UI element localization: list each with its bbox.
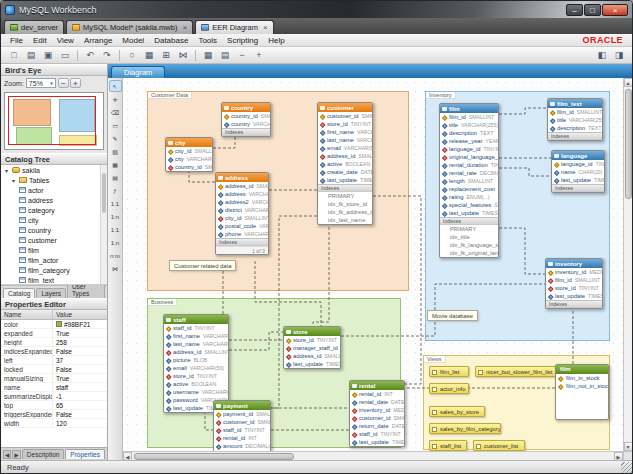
- section-bar[interactable]: Indexes: [216, 238, 268, 246]
- routine-group-tool[interactable]: ƒ: [109, 184, 122, 196]
- horizontal-scrollbar[interactable]: ◀ ▶: [123, 451, 623, 460]
- show-relationships-icon[interactable]: ⋈: [175, 49, 191, 62]
- maximize-button[interactable]: □: [584, 4, 601, 16]
- property-row[interactable]: lockedFalse: [1, 365, 107, 374]
- zoom-in-icon[interactable]: +: [251, 49, 267, 62]
- save-model-icon[interactable]: ▣: [40, 49, 56, 62]
- birds-eye-minimap[interactable]: [4, 92, 104, 150]
- minimap-viewport[interactable]: [8, 96, 96, 145]
- tab-description[interactable]: Description: [22, 449, 65, 459]
- menu-model[interactable]: Model: [117, 36, 149, 45]
- scroll-down-button[interactable]: ▼: [624, 442, 633, 451]
- tab-scroll-left-button[interactable]: ◀: [3, 450, 11, 459]
- toggle-sidebar-icon[interactable]: ◧: [594, 49, 610, 62]
- menu-arrange[interactable]: Arrange: [79, 36, 117, 45]
- section-bar[interactable]: Indexes: [318, 184, 372, 192]
- pointer-tool[interactable]: ↖: [109, 80, 122, 92]
- menu-database[interactable]: Database: [149, 36, 193, 45]
- section-bar[interactable]: Indexes: [222, 128, 270, 136]
- view-figure-film-list[interactable]: film_list: [429, 366, 469, 377]
- view-figure-actor-info[interactable]: actor_info: [429, 383, 469, 394]
- print-icon[interactable]: ▭: [57, 49, 73, 62]
- property-row[interactable]: left37: [1, 356, 107, 365]
- table-figure-store[interactable]: storestore_idTINYINTmanager_staff_idTINY…: [283, 326, 341, 369]
- table-figure-address[interactable]: addressaddress_idSMALLINTaddressVARCHAR(…: [215, 172, 269, 255]
- new-document-icon[interactable]: □: [6, 49, 22, 62]
- section-bar[interactable]: Indexes: [546, 300, 602, 308]
- menu-tools[interactable]: Tools: [193, 36, 222, 45]
- tree-item-address[interactable]: address: [1, 195, 107, 205]
- hand-tool[interactable]: ✛: [109, 93, 122, 105]
- view-figure-sales-by-film-category[interactable]: sales_by_film_category: [429, 423, 501, 434]
- undo-icon[interactable]: ↶: [82, 49, 98, 62]
- property-row[interactable]: triggersExpandedFalse: [1, 410, 107, 419]
- find-icon[interactable]: ○: [124, 49, 140, 62]
- tree-item-film-actor[interactable]: film_actor: [1, 255, 107, 265]
- zoom-out-icon[interactable]: −: [234, 49, 250, 62]
- property-row[interactable]: top65: [1, 401, 107, 410]
- section-bar[interactable]: Indexes: [548, 132, 602, 140]
- title-bar[interactable]: MySQL Workbench –□×: [1, 1, 632, 18]
- routine-group-film[interactable]: filmfilm_in_stockfilm_not_in_stock: [555, 364, 609, 420]
- table-figure-city[interactable]: citycity_idSMALLINTcityVARCHAR(50)countr…: [165, 137, 213, 172]
- tree-item-film-text[interactable]: film_text: [1, 275, 107, 285]
- menu-scripting[interactable]: Scripting: [222, 36, 263, 45]
- open-document-icon[interactable]: ▤: [23, 49, 39, 62]
- tree-item-film-category[interactable]: film_category: [1, 265, 107, 275]
- property-row[interactable]: summarizeDisplay-1: [1, 392, 107, 401]
- section-bar[interactable]: Indexes: [552, 184, 604, 192]
- catalog-tree-scrollbar[interactable]: [100, 165, 107, 284]
- property-row[interactable]: indicesExpandedFalse: [1, 347, 107, 356]
- align-to-grid-icon[interactable]: ⊞: [158, 49, 174, 62]
- note-tool[interactable]: ✎: [109, 132, 122, 144]
- scroll-up-button[interactable]: ▲: [624, 78, 633, 87]
- close-button[interactable]: ×: [602, 4, 628, 16]
- eer-diagram-canvas[interactable]: Customer DataInventoryBusinessViewscount…: [123, 78, 623, 451]
- toggle-grid-icon[interactable]: ▦: [141, 49, 157, 62]
- rel-1-n-identifying-tool[interactable]: 1:n: [109, 236, 122, 248]
- property-row[interactable]: height258: [1, 338, 107, 347]
- new-table-icon[interactable]: ▦: [200, 49, 216, 62]
- note-customer-related-data[interactable]: Customer related data: [169, 260, 236, 271]
- table-footer[interactable]: 1 of 3: [216, 246, 268, 254]
- tab-eer-diagram[interactable]: EER Diagram×: [195, 20, 274, 34]
- view-figure-customer-list[interactable]: customer_list: [473, 440, 525, 451]
- tree-item-country[interactable]: country: [1, 225, 107, 235]
- horizontal-scroll-thumb[interactable]: [134, 453, 294, 460]
- new-view-icon[interactable]: ▤: [217, 49, 233, 62]
- menu-view[interactable]: View: [52, 36, 79, 45]
- rel-existing-columns-tool[interactable]: ⋈: [109, 262, 122, 274]
- delete-tool[interactable]: ⌫: [109, 106, 122, 118]
- tree-node-tables[interactable]: ▾Tables: [1, 175, 107, 185]
- close-tab-icon[interactable]: ×: [182, 24, 187, 32]
- zoom-out-button[interactable]: −: [58, 78, 69, 88]
- zoom-in-button[interactable]: +: [70, 78, 81, 88]
- tab-catalog[interactable]: Catalog: [3, 288, 35, 298]
- property-row[interactable]: namestaff: [1, 383, 107, 392]
- expander-icon[interactable]: ▾: [10, 177, 17, 184]
- menu-file[interactable]: File: [5, 36, 28, 45]
- redo-icon[interactable]: ↷: [99, 49, 115, 62]
- view-tool[interactable]: ▤: [109, 171, 122, 183]
- tab-properties[interactable]: Properties: [65, 449, 105, 459]
- rel-n-m-identifying-tool[interactable]: n:m: [109, 249, 122, 261]
- table-figure-film_text[interactable]: film_textfilm_idSMALLINTtitleVARCHAR(255…: [547, 98, 603, 141]
- note-movie-database[interactable]: Movie database: [427, 310, 478, 321]
- rel-1-1-non-identifying-tool[interactable]: 1:1: [109, 197, 122, 209]
- tree-item-film[interactable]: film: [1, 245, 107, 255]
- tab-dev-server[interactable]: dev_server: [4, 20, 64, 34]
- view-figure-sales-by-store[interactable]: sales_by_store: [429, 406, 485, 417]
- table-figure-customer[interactable]: customercustomer_idSMALLINTstore_idTINYI…: [317, 102, 373, 225]
- tab-layers[interactable]: Layers: [36, 288, 66, 298]
- tab-scroll-right-button[interactable]: ▶: [12, 450, 20, 459]
- layer-tool[interactable]: ▭: [109, 119, 122, 131]
- rel-1-1-identifying-tool[interactable]: 1:1: [109, 223, 122, 235]
- close-tab-icon[interactable]: ×: [263, 24, 268, 32]
- property-row[interactable]: expandedTrue: [1, 329, 107, 338]
- tab-mysql-model-sakila-mwb[interactable]: MySQL Model* (sakila.mwb)×: [66, 20, 193, 34]
- table-figure-rental[interactable]: rentalrental_idINTrental_dateDATETIMEinv…: [349, 380, 405, 447]
- table-figure-staff[interactable]: staffstaff_idTINYINTfirst_nameVARCHAR(45…: [163, 314, 229, 413]
- toggle-output-icon[interactable]: ◨: [611, 49, 627, 62]
- table-figure-language[interactable]: languagelanguage_idTINYINTnameCHAR(20)la…: [551, 150, 605, 193]
- resize-grip[interactable]: [621, 462, 632, 473]
